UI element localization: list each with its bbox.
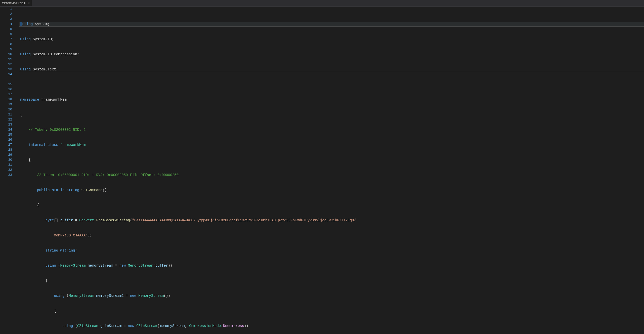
line-number: 17 (0, 92, 12, 97)
line-number: 31 (0, 162, 12, 168)
line-number: 15 (0, 82, 12, 87)
line-number: 32 (0, 168, 12, 173)
code-line[interactable]: using (GZipStream gzipStream = new GZipS… (19, 323, 644, 328)
line-number (0, 198, 12, 203)
line-number: 26 (0, 137, 12, 142)
line-number: 7 (0, 37, 12, 42)
code-line-wrap[interactable]: MoMPxtJGTtJAAAA"); (19, 233, 644, 238)
line-number (0, 77, 12, 82)
code-line[interactable]: { (19, 203, 644, 208)
code-area[interactable]: using System; using System.IO; using Sys… (19, 7, 644, 334)
line-number: 5 (0, 27, 12, 32)
code-line[interactable]: using System.IO; (19, 37, 644, 42)
code-line[interactable]: { (19, 157, 644, 162)
code-line[interactable]: using System.Text; (19, 67, 644, 72)
code-line[interactable]: { (19, 112, 644, 117)
line-number: 19 (0, 102, 12, 107)
line-number: 8 (0, 42, 12, 47)
line-number: 14 (0, 72, 12, 77)
fold-gutter (16, 7, 19, 334)
line-number: 28 (0, 147, 12, 152)
code-line[interactable]: public static string GetCommand() (19, 188, 644, 193)
line-number (0, 193, 12, 198)
line-number: 13 (0, 67, 12, 72)
editor: 1234567891011121314151617181920212223242… (0, 7, 644, 334)
line-number: 23 (0, 122, 12, 127)
code-line[interactable]: using (MemoryStream memoryStream2 = new … (19, 293, 644, 298)
close-icon[interactable]: × (28, 1, 30, 5)
line-number: 33 (0, 173, 12, 178)
code-line[interactable]: internal class frameworkMem (19, 142, 644, 147)
line-number: 27 (0, 142, 12, 147)
tab-title: frameworkMem (2, 1, 26, 5)
line-number: 11 (0, 57, 12, 62)
line-number: 20 (0, 107, 12, 112)
code-line[interactable]: using System; (19, 22, 644, 27)
code-line[interactable]: // Token: 0x02000002 RID: 2 (19, 127, 644, 132)
line-number: 16 (0, 87, 12, 92)
line-number: 1 (0, 7, 12, 12)
line-number: 29 (0, 152, 12, 157)
line-number (0, 188, 12, 193)
code-line[interactable]: using (MemoryStream memoryStream = new M… (19, 263, 644, 268)
line-number (0, 183, 12, 188)
line-number: 9 (0, 47, 12, 52)
code-line[interactable]: { (19, 278, 644, 283)
code-line[interactable]: namespace frameworkMem (19, 97, 644, 102)
line-number (0, 178, 12, 183)
line-number (0, 203, 12, 208)
line-number: 6 (0, 32, 12, 37)
line-number-gutter: 1234567891011121314151617181920212223242… (0, 7, 16, 334)
tab-bar: frameworkMem × (0, 0, 644, 7)
code-line[interactable]: { (19, 308, 644, 313)
line-number: 25 (0, 132, 12, 137)
line-number: 4 (0, 22, 12, 27)
tab-frameworkmem[interactable]: frameworkMem × (0, 0, 32, 6)
line-number: 3 (0, 17, 12, 22)
code-line[interactable]: using System.IO.Compression; (19, 52, 644, 57)
line-number: 30 (0, 157, 12, 162)
line-number: 2 (0, 12, 12, 17)
line-number: 12 (0, 62, 12, 67)
code-line[interactable]: // Token: 0x06000001 RID: 1 RVA: 0x00002… (19, 173, 644, 178)
line-number: 18 (0, 97, 12, 102)
line-number: 24 (0, 127, 12, 132)
code-line[interactable]: byte[] buffer = Convert.FromBase64String… (19, 218, 644, 223)
line-number: 10 (0, 52, 12, 57)
line-number: 21 (0, 112, 12, 117)
line-number: 22 (0, 117, 12, 122)
code-line[interactable]: string @string; (19, 248, 644, 253)
code-line[interactable] (19, 82, 644, 87)
